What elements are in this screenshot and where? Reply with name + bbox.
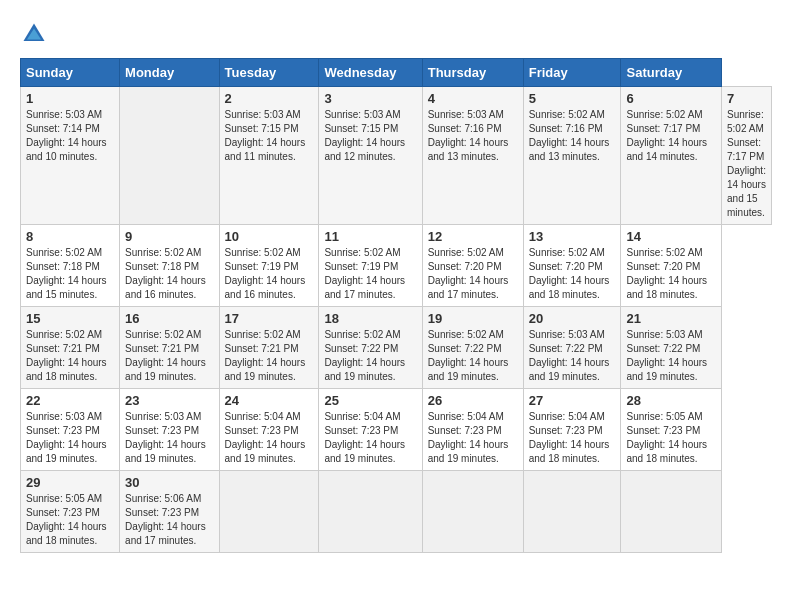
calendar-day-19: 19Sunrise: 5:02 AMSunset: 7:22 PMDayligh… xyxy=(422,307,523,389)
calendar-week-5: 29Sunrise: 5:05 AMSunset: 7:23 PMDayligh… xyxy=(21,471,772,553)
weekday-header-monday: Monday xyxy=(120,59,219,87)
weekday-header-friday: Friday xyxy=(523,59,621,87)
calendar-day-11: 11Sunrise: 5:02 AMSunset: 7:19 PMDayligh… xyxy=(319,225,422,307)
calendar-day-9: 9Sunrise: 5:02 AMSunset: 7:18 PMDaylight… xyxy=(120,225,219,307)
calendar-day-23: 23Sunrise: 5:03 AMSunset: 7:23 PMDayligh… xyxy=(120,389,219,471)
calendar-day-26: 26Sunrise: 5:04 AMSunset: 7:23 PMDayligh… xyxy=(422,389,523,471)
calendar-week-2: 8Sunrise: 5:02 AMSunset: 7:18 PMDaylight… xyxy=(21,225,772,307)
weekday-header-tuesday: Tuesday xyxy=(219,59,319,87)
calendar-day-2: 2Sunrise: 5:03 AMSunset: 7:15 PMDaylight… xyxy=(219,87,319,225)
calendar-day-10: 10Sunrise: 5:02 AMSunset: 7:19 PMDayligh… xyxy=(219,225,319,307)
calendar-day-7: 7Sunrise: 5:02 AMSunset: 7:17 PMDaylight… xyxy=(722,87,772,225)
weekday-header-saturday: Saturday xyxy=(621,59,722,87)
empty-cell xyxy=(219,471,319,553)
calendar-table: SundayMondayTuesdayWednesdayThursdayFrid… xyxy=(20,58,772,553)
calendar-day-18: 18Sunrise: 5:02 AMSunset: 7:22 PMDayligh… xyxy=(319,307,422,389)
calendar-day-30: 30Sunrise: 5:06 AMSunset: 7:23 PMDayligh… xyxy=(120,471,219,553)
calendar-day-6: 6Sunrise: 5:02 AMSunset: 7:17 PMDaylight… xyxy=(621,87,722,225)
calendar-day-28: 28Sunrise: 5:05 AMSunset: 7:23 PMDayligh… xyxy=(621,389,722,471)
weekday-header-wednesday: Wednesday xyxy=(319,59,422,87)
logo xyxy=(20,20,52,48)
weekday-header-thursday: Thursday xyxy=(422,59,523,87)
calendar-day-20: 20Sunrise: 5:03 AMSunset: 7:22 PMDayligh… xyxy=(523,307,621,389)
calendar-day-21: 21Sunrise: 5:03 AMSunset: 7:22 PMDayligh… xyxy=(621,307,722,389)
page-header xyxy=(20,20,772,48)
calendar-day-24: 24Sunrise: 5:04 AMSunset: 7:23 PMDayligh… xyxy=(219,389,319,471)
calendar-day-3: 3Sunrise: 5:03 AMSunset: 7:15 PMDaylight… xyxy=(319,87,422,225)
empty-cell xyxy=(120,87,219,225)
calendar-day-14: 14Sunrise: 5:02 AMSunset: 7:20 PMDayligh… xyxy=(621,225,722,307)
calendar-day-29: 29Sunrise: 5:05 AMSunset: 7:23 PMDayligh… xyxy=(21,471,120,553)
calendar-day-12: 12Sunrise: 5:02 AMSunset: 7:20 PMDayligh… xyxy=(422,225,523,307)
weekday-header-sunday: Sunday xyxy=(21,59,120,87)
calendar-day-4: 4Sunrise: 5:03 AMSunset: 7:16 PMDaylight… xyxy=(422,87,523,225)
calendar-day-13: 13Sunrise: 5:02 AMSunset: 7:20 PMDayligh… xyxy=(523,225,621,307)
calendar-day-5: 5Sunrise: 5:02 AMSunset: 7:16 PMDaylight… xyxy=(523,87,621,225)
empty-cell xyxy=(523,471,621,553)
calendar-day-22: 22Sunrise: 5:03 AMSunset: 7:23 PMDayligh… xyxy=(21,389,120,471)
calendar-day-25: 25Sunrise: 5:04 AMSunset: 7:23 PMDayligh… xyxy=(319,389,422,471)
calendar-day-16: 16Sunrise: 5:02 AMSunset: 7:21 PMDayligh… xyxy=(120,307,219,389)
calendar-day-8: 8Sunrise: 5:02 AMSunset: 7:18 PMDaylight… xyxy=(21,225,120,307)
empty-cell xyxy=(621,471,722,553)
calendar-week-3: 15Sunrise: 5:02 AMSunset: 7:21 PMDayligh… xyxy=(21,307,772,389)
calendar-week-4: 22Sunrise: 5:03 AMSunset: 7:23 PMDayligh… xyxy=(21,389,772,471)
logo-icon xyxy=(20,20,48,48)
calendar-day-1: 1Sunrise: 5:03 AMSunset: 7:14 PMDaylight… xyxy=(21,87,120,225)
empty-cell xyxy=(319,471,422,553)
empty-cell xyxy=(422,471,523,553)
weekday-header-row: SundayMondayTuesdayWednesdayThursdayFrid… xyxy=(21,59,772,87)
calendar-day-15: 15Sunrise: 5:02 AMSunset: 7:21 PMDayligh… xyxy=(21,307,120,389)
calendar-week-1: 1Sunrise: 5:03 AMSunset: 7:14 PMDaylight… xyxy=(21,87,772,225)
calendar-day-27: 27Sunrise: 5:04 AMSunset: 7:23 PMDayligh… xyxy=(523,389,621,471)
calendar-day-17: 17Sunrise: 5:02 AMSunset: 7:21 PMDayligh… xyxy=(219,307,319,389)
